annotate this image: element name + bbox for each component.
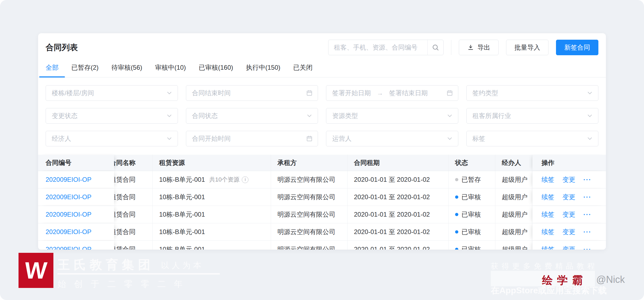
filter-placeholder: 签署开始日期 [332, 89, 371, 97]
tab-item[interactable]: 已暂存(2) [65, 60, 105, 77]
change-link[interactable]: 变更 [562, 193, 575, 201]
table-row: 202009EIOI-OP 租赁合同 10栋-B单元-001 明源云空间有限公司… [38, 223, 606, 241]
change-link[interactable]: 变更 [562, 210, 575, 219]
column-agent: 经办人 [495, 155, 532, 171]
calendar-icon [446, 90, 453, 97]
tab-item[interactable]: 全部 [39, 60, 65, 77]
period-cell: 2020-01-01 至 2020-01-02 [347, 206, 449, 223]
status-cell: 已审核 [449, 241, 495, 250]
tab-label: 已关闭 [293, 64, 313, 71]
more-actions-link[interactable]: ··· [583, 176, 591, 183]
batch-import-label: 批量导入 [514, 43, 540, 52]
filter-contract-start-date[interactable]: 合同开始时间 [186, 131, 318, 146]
chevron-down-icon [166, 90, 173, 97]
contract-id-link[interactable]: 202009EIOI-OP [46, 193, 92, 201]
table-header-row: 合同编号 合同名称 租赁资源 承租方 合同租期 状态 经办人 操作 [38, 155, 606, 171]
filter-building[interactable]: 楼栋/楼层/房间 [46, 85, 178, 101]
change-link[interactable]: 变更 [562, 245, 575, 250]
tab-label: 全部 [46, 64, 58, 71]
calendar-icon [306, 135, 313, 142]
more-actions-link[interactable]: ··· [583, 246, 591, 250]
actions-cell: 续签 变更 ··· [532, 241, 606, 250]
renew-link[interactable]: 续签 [541, 210, 554, 219]
period-cell: 2020-01-01 至 2020-01-02 [347, 188, 449, 206]
resource-cell: 10栋-B单元-001 共10个资源 [153, 171, 271, 188]
watermark-author: @Nick [596, 274, 625, 285]
period-cell: 2020-01-01 至 2020-01-02 [347, 171, 449, 188]
more-actions-link[interactable]: ··· [583, 211, 591, 218]
batch-import-button[interactable]: 批量导入 [506, 40, 548, 55]
search-box [328, 40, 444, 55]
range-arrow: → [377, 89, 383, 97]
filter-sign-type[interactable]: 签约类型 [466, 85, 599, 101]
chevron-down-icon [166, 112, 173, 119]
info-icon[interactable] [242, 176, 248, 183]
filter-operator[interactable]: 运营人 [326, 131, 458, 146]
search-icon[interactable] [428, 43, 443, 51]
table-body: 202009EIOI-OP 租赁合同 10栋-B单元-001 共10个资源 明源… [38, 171, 606, 250]
filter-placeholder: 合同结束时间 [192, 89, 231, 97]
calendar-icon [306, 90, 313, 97]
agent-cell: 超级用户 [495, 241, 532, 250]
brand-subtitle: 始创于二零零二年 [57, 278, 191, 290]
new-contract-label: 新签合同 [564, 43, 590, 52]
tab-label: 审核中(10) [155, 64, 186, 71]
contract-name-cell: 租赁合同 [114, 241, 153, 250]
column-contract-name: 合同名称 [114, 155, 153, 171]
filter-placeholder-end: 签署结束日期 [389, 89, 428, 97]
resource-cell: 10栋-B单元-001 [153, 241, 271, 250]
filter-panel: 楼栋/楼层/房间 合同结束时间 签署开始日期 → 签署结束日期 签约类型 [38, 77, 606, 155]
export-label: 导出 [477, 43, 490, 52]
filter-contract-status[interactable]: 合同状态 [186, 108, 318, 124]
filter-tenant-industry[interactable]: 租客所属行业 [466, 108, 599, 124]
tab-item[interactable]: 审核中(10) [149, 60, 192, 77]
search-input[interactable] [328, 40, 427, 55]
filter-resource-type[interactable]: 资源类型 [326, 108, 458, 124]
filter-tag[interactable]: 标签 [466, 131, 599, 146]
filter-placeholder: 变更状态 [52, 112, 78, 120]
watermark-download: 在AppStore或应用宝搜索下载 [491, 285, 607, 297]
table-row: 202009EIOI-OP 租赁合同 10栋-B单元-001 明源云空间有限公司… [38, 188, 606, 206]
renew-link[interactable]: 续签 [541, 228, 554, 236]
actions-cell: 续签 变更 ··· [532, 206, 606, 223]
contract-name-cell: 租赁合同 [114, 206, 153, 223]
tab-bar: 全部 已暂存(2) 待审核(56) 审核中(10) 已审核(160) 执行中(1… [38, 60, 606, 77]
tab-item[interactable]: 待审核(56) [105, 60, 149, 77]
status-dot-icon [455, 195, 458, 199]
filter-placeholder: 租客所属行业 [473, 112, 511, 120]
tenant-cell: 明源云空间有限公司 [271, 188, 347, 206]
contract-id-cell: 202009EIOI-OP [38, 241, 114, 250]
contract-id-link[interactable]: 202009EIOI-OP [46, 228, 92, 236]
filter-change-status[interactable]: 变更状态 [46, 108, 178, 124]
tab-item[interactable]: 执行中(150) [240, 60, 287, 77]
status-cell: 已暂存 [449, 171, 495, 188]
column-actions: 操作 [532, 155, 606, 171]
filter-sign-date-range[interactable]: 签署开始日期 → 签署结束日期 [326, 85, 458, 101]
tab-item[interactable]: 已关闭 [287, 60, 319, 77]
status-badge: 已审核 [462, 245, 481, 250]
filter-broker[interactable]: 经济人 [46, 131, 178, 146]
change-link[interactable]: 变更 [562, 175, 575, 184]
period-cell: 2020-01-01 至 2020-01-02 [347, 223, 449, 240]
renew-link[interactable]: 续签 [541, 193, 554, 201]
chevron-down-icon [446, 112, 453, 119]
contract-id-link[interactable]: 202009EIOI-OP [46, 211, 92, 218]
contract-id-link[interactable]: 202009EIOI-OP [46, 246, 92, 250]
renew-link[interactable]: 续签 [541, 175, 554, 184]
renew-link[interactable]: 续签 [541, 245, 554, 250]
change-link[interactable]: 变更 [562, 228, 575, 236]
chevron-down-icon [586, 135, 593, 142]
tenant-cell: 明源云空间有限公司 [271, 223, 347, 240]
resource-cell: 10栋-B单元-001 [153, 206, 271, 223]
tab-item[interactable]: 已审核(160) [192, 60, 240, 77]
export-button[interactable]: 导出 [459, 40, 499, 55]
contract-id-cell: 202009EIOI-OP [38, 188, 114, 206]
more-actions-link[interactable]: ··· [583, 193, 591, 201]
new-contract-button[interactable]: 新签合同 [556, 40, 598, 55]
more-actions-link[interactable]: ··· [583, 228, 591, 236]
filter-contract-end-date[interactable]: 合同结束时间 [186, 85, 318, 101]
tab-label: 待审核(56) [111, 64, 142, 71]
filter-placeholder: 楼栋/楼层/房间 [52, 89, 94, 97]
contract-id-cell: 202009EIOI-OP [38, 171, 114, 188]
contract-id-link[interactable]: 202009EIOI-OP [46, 176, 92, 183]
